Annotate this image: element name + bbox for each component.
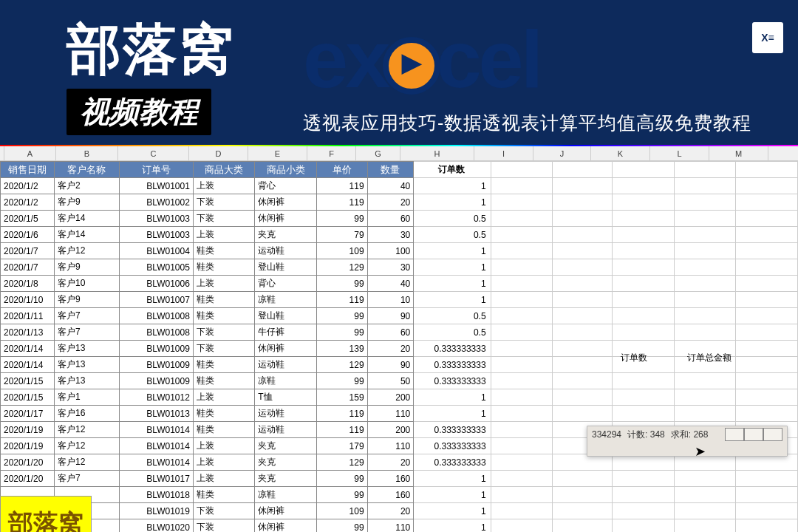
header-row[interactable]: 销售日期 客户名称 订单号 商品大类 商品小类 单价 数量 订单数: [1, 162, 798, 178]
cell-order[interactable]: BLW01003: [119, 211, 193, 227]
cell-qty[interactable]: 200: [367, 389, 414, 406]
cell-date[interactable]: 2020/1/5: [1, 211, 55, 227]
cell-sub[interactable]: 休闲裤: [255, 194, 316, 211]
col-header-G[interactable]: G: [356, 146, 400, 160]
table-row[interactable]: 2020/1/5客户14BLW01003下装休闲裤99600.5: [1, 211, 798, 227]
table-row[interactable]: 2020/1/15客户1BLW01012上装T恤1592001: [1, 389, 798, 406]
cell-order[interactable]: BLW01014: [119, 454, 193, 471]
cell-price[interactable]: 119: [316, 422, 367, 438]
col-header-F[interactable]: F: [307, 146, 356, 160]
cell-sub[interactable]: 凉鞋: [255, 292, 316, 308]
cell-cat[interactable]: 下装: [193, 211, 254, 227]
column-headers[interactable]: A B C D E F G H I J K L M: [0, 146, 798, 161]
cell-order[interactable]: BLW01008: [119, 308, 193, 324]
cell-cat[interactable]: 下装: [193, 341, 254, 357]
cell-price[interactable]: 139: [316, 341, 367, 357]
cell-sub[interactable]: 凉鞋: [255, 487, 316, 503]
cell-qty[interactable]: 90: [367, 357, 414, 373]
cell-cust[interactable]: 客户10: [55, 276, 120, 292]
col-header-A[interactable]: A: [4, 146, 56, 160]
cell-price[interactable]: 179: [316, 438, 367, 454]
cell-h[interactable]: 1: [414, 406, 491, 422]
cell-order[interactable]: BLW01009: [119, 373, 193, 389]
cell-cust[interactable]: 客户16: [55, 406, 120, 422]
cell-h[interactable]: 0.5: [414, 227, 491, 243]
data-table[interactable]: 销售日期 客户名称 订单号 商品大类 商品小类 单价 数量 订单数 2020/1…: [0, 161, 798, 532]
col-header-M[interactable]: M: [709, 146, 768, 160]
cell-order[interactable]: BLW01003: [119, 227, 193, 243]
cell-sub[interactable]: 休闲裤: [255, 519, 316, 533]
cell-price[interactable]: 99: [316, 211, 367, 227]
cell-h[interactable]: 1: [414, 487, 491, 503]
cell-cat[interactable]: 鞋类: [193, 373, 254, 389]
cell-sub[interactable]: 夹克: [255, 471, 316, 487]
hdr-price[interactable]: 单价: [316, 162, 367, 178]
cell-h[interactable]: 1: [414, 292, 491, 308]
cell-h[interactable]: 1: [414, 243, 491, 259]
cell-cat[interactable]: 鞋类: [193, 406, 254, 422]
cell-date[interactable]: 2020/1/6: [1, 227, 55, 243]
cell-h[interactable]: 1: [414, 178, 491, 194]
cell-h[interactable]: 1: [414, 471, 491, 487]
table-row[interactable]: BLW01020下装休闲裤991101: [1, 519, 798, 533]
table-row[interactable]: 2020/1/20客户7BLW01017上装夹克991601: [1, 471, 798, 487]
cell-price[interactable]: 129: [316, 357, 367, 373]
cell-cat[interactable]: 下装: [193, 324, 254, 341]
cell-qty[interactable]: 90: [367, 308, 414, 324]
cell-sub[interactable]: 运动鞋: [255, 406, 316, 422]
cell-price[interactable]: 99: [316, 276, 367, 292]
col-header-I[interactable]: I: [474, 146, 533, 160]
cell-price[interactable]: 119: [316, 194, 367, 211]
table-row[interactable]: 2020/1/17客户16BLW01013鞋类运动鞋1191101: [1, 406, 798, 422]
cell-cat[interactable]: 鞋类: [193, 259, 254, 276]
cell-date[interactable]: 2020/1/14: [1, 341, 55, 357]
cell-cust[interactable]: 客户9: [55, 194, 120, 211]
cell-cat[interactable]: 上装: [193, 454, 254, 471]
cell-date[interactable]: 2020/1/17: [1, 406, 55, 422]
cell-qty[interactable]: 110: [367, 406, 414, 422]
cell-date[interactable]: 2020/1/13: [1, 324, 55, 341]
cell-h[interactable]: 0.333333333: [414, 341, 491, 357]
table-row[interactable]: 2020/1/7客户12BLW01004鞋类运动鞋1091001: [1, 243, 798, 259]
col-header-L[interactable]: L: [650, 146, 709, 160]
cell-cat[interactable]: 鞋类: [193, 422, 254, 438]
cell-date[interactable]: 2020/1/7: [1, 259, 55, 276]
cell-cust[interactable]: 客户12: [55, 243, 120, 259]
cell-qty[interactable]: 40: [367, 276, 414, 292]
cell-h[interactable]: 1: [414, 259, 491, 276]
cell-sub[interactable]: 夹克: [255, 227, 316, 243]
cell-date[interactable]: 2020/1/20: [1, 454, 55, 471]
cell-cat[interactable]: 上装: [193, 227, 254, 243]
view-pagebreak-icon[interactable]: [763, 428, 782, 441]
cell-cat[interactable]: 鞋类: [193, 308, 254, 324]
cell-order[interactable]: BLW01013: [119, 406, 193, 422]
table-row[interactable]: 2020/1/2客户9BLW01002下装休闲裤119201: [1, 194, 798, 211]
cell-date[interactable]: 2020/1/15: [1, 389, 55, 406]
cell-sub[interactable]: 休闲裤: [255, 503, 316, 519]
cell-cat[interactable]: 鞋类: [193, 487, 254, 503]
cell-cat[interactable]: 上装: [193, 178, 254, 194]
cell-cust[interactable]: 客户1: [55, 389, 120, 406]
hdr-qty[interactable]: 数量: [367, 162, 414, 178]
cell-sub[interactable]: 凉鞋: [255, 373, 316, 389]
cell-price[interactable]: 119: [316, 292, 367, 308]
cell-qty[interactable]: 110: [367, 438, 414, 454]
pivot-label-count[interactable]: 订单数: [621, 352, 647, 364]
cell-cat[interactable]: 下装: [193, 519, 254, 533]
cell-sub[interactable]: 休闲裤: [255, 211, 316, 227]
cell-cust[interactable]: 客户13: [55, 357, 120, 373]
cell-qty[interactable]: 160: [367, 487, 414, 503]
col-header-B[interactable]: B: [56, 146, 118, 160]
col-header-E[interactable]: E: [248, 146, 307, 160]
cell-price[interactable]: 99: [316, 373, 367, 389]
cell-cust[interactable]: 客户9: [55, 259, 120, 276]
table-row[interactable]: BLW01019下装休闲裤109201: [1, 503, 798, 519]
cell-h[interactable]: 1: [414, 519, 491, 533]
cell-order[interactable]: BLW01005: [119, 259, 193, 276]
table-row[interactable]: 2020/1/2客户2BLW01001上装背心119401: [1, 178, 798, 194]
table-row[interactable]: 2020/1/15客户13BLW01009鞋类凉鞋99500.333333333: [1, 373, 798, 389]
cell-date[interactable]: 2020/1/2: [1, 194, 55, 211]
cell-h[interactable]: 0.333333333: [414, 373, 491, 389]
cell-date[interactable]: 2020/1/15: [1, 373, 55, 389]
hdr-date[interactable]: 销售日期: [1, 162, 55, 178]
